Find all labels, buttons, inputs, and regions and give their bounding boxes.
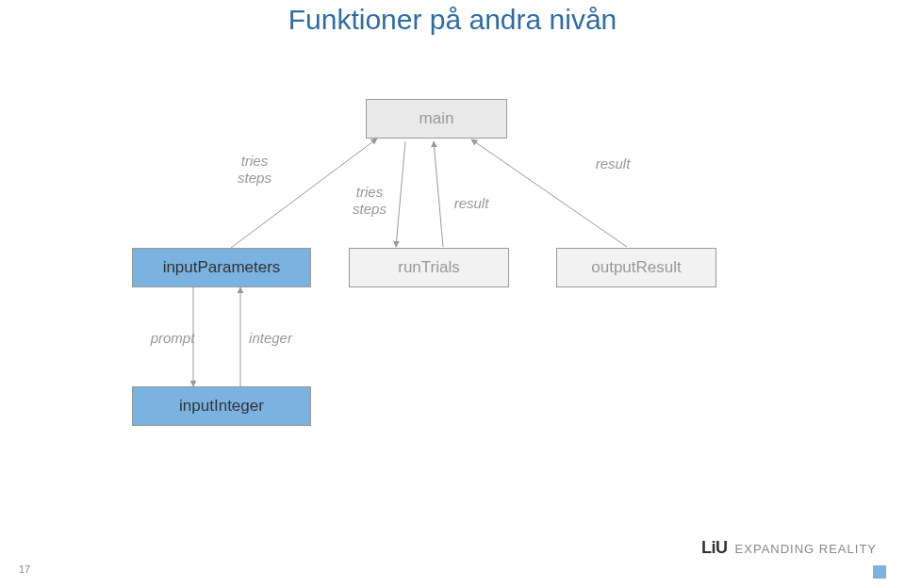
node-input-parameters: inputParameters bbox=[132, 248, 311, 287]
footer-logo: LiU EXPANDING REALITY bbox=[701, 538, 877, 558]
svg-line-2 bbox=[434, 141, 443, 247]
edge-label-tries-steps-left: tries steps bbox=[226, 153, 283, 187]
logo-tagline: EXPANDING REALITY bbox=[735, 542, 877, 556]
node-main: main bbox=[366, 99, 507, 139]
edge-label-result-right: result bbox=[584, 155, 641, 172]
connector-lines bbox=[0, 0, 905, 588]
edge-label-prompt: prompt bbox=[140, 330, 206, 347]
edge-label-tries-steps-mid: tries steps bbox=[341, 184, 398, 218]
edge-label-result-mid: result bbox=[443, 195, 500, 212]
node-run-trials: runTrials bbox=[349, 248, 509, 287]
edge-label-integer: integer bbox=[238, 330, 304, 347]
node-output-result: outputResult bbox=[556, 248, 716, 287]
page-number: 17 bbox=[19, 564, 30, 575]
page-title: Funktioner på andra nivån bbox=[0, 4, 905, 36]
node-input-integer: inputInteger bbox=[132, 386, 311, 426]
logo-text: LiU bbox=[701, 538, 728, 558]
footer-square-icon bbox=[873, 565, 886, 579]
